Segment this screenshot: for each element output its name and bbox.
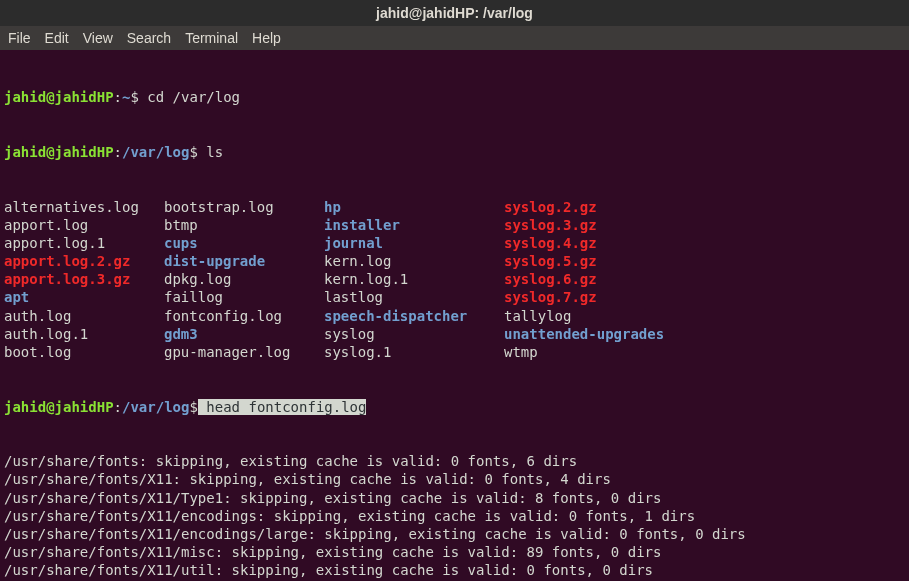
ls-file: apt: [4, 288, 164, 306]
ls-file: gdm3: [164, 325, 324, 343]
ls-file: cups: [164, 234, 324, 252]
ls-file: auth.log: [4, 307, 164, 325]
ls-file: installer: [324, 216, 504, 234]
ls-output: alternatives.logbootstrap.loghpsyslog.2.…: [4, 198, 905, 362]
window-title-bar: jahid@jahidHP: /var/log: [0, 0, 909, 26]
menu-search[interactable]: Search: [127, 30, 171, 46]
ls-file: hp: [324, 198, 504, 216]
menu-help[interactable]: Help: [252, 30, 281, 46]
ls-file: journal: [324, 234, 504, 252]
window-title: jahid@jahidHP: /var/log: [376, 5, 533, 21]
ls-file: kern.log: [324, 252, 504, 270]
prompt-user-host: jahid@jahidHP: [4, 144, 114, 160]
ls-file: syslog.2.gz: [504, 198, 905, 216]
prompt-path: /var/log: [122, 144, 189, 160]
ls-file: dist-upgrade: [164, 252, 324, 270]
prompt-line-ls: jahid@jahidHP:/var/log$ ls: [4, 143, 905, 161]
prompt-line-cd: jahid@jahidHP:~$ cd /var/log: [4, 88, 905, 106]
prompt-path: /var/log: [122, 399, 189, 415]
command-head: head fontconfig.log: [198, 399, 367, 415]
menu-edit[interactable]: Edit: [45, 30, 69, 46]
prompt-user-host: jahid@jahidHP: [4, 399, 114, 415]
ls-file: syslog.7.gz: [504, 288, 905, 306]
ls-file: btmp: [164, 216, 324, 234]
menu-bar: File Edit View Search Terminal Help: [0, 26, 909, 50]
ls-file: auth.log.1: [4, 325, 164, 343]
menu-terminal[interactable]: Terminal: [185, 30, 238, 46]
head-output: /usr/share/fonts: skipping, existing cac…: [4, 452, 905, 581]
ls-file: kern.log.1: [324, 270, 504, 288]
ls-file: fontconfig.log: [164, 307, 324, 325]
ls-file: alternatives.log: [4, 198, 164, 216]
command-cd: cd /var/log: [139, 89, 240, 105]
output-line: /usr/share/fonts/X11/encodings: skipping…: [4, 507, 905, 525]
ls-file: speech-dispatcher: [324, 307, 504, 325]
ls-file: wtmp: [504, 343, 905, 361]
output-line: /usr/share/fonts/X11/util: skipping, exi…: [4, 561, 905, 579]
output-line: /usr/share/fonts: skipping, existing cac…: [4, 452, 905, 470]
ls-file: syslog.1: [324, 343, 504, 361]
ls-file: syslog.3.gz: [504, 216, 905, 234]
output-line: /usr/share/fonts/X11/encodings/large: sk…: [4, 525, 905, 543]
ls-file: tallylog: [504, 307, 905, 325]
ls-file: syslog.6.gz: [504, 270, 905, 288]
output-line: /usr/share/fonts/X11/misc: skipping, exi…: [4, 543, 905, 561]
terminal-body[interactable]: jahid@jahidHP:~$ cd /var/log jahid@jahid…: [0, 50, 909, 581]
command-ls: ls: [198, 144, 223, 160]
ls-file: apport.log.3.gz: [4, 270, 164, 288]
ls-file: syslog.4.gz: [504, 234, 905, 252]
ls-file: faillog: [164, 288, 324, 306]
prompt-line-head: jahid@jahidHP:/var/log$ head fontconfig.…: [4, 398, 905, 416]
ls-file: syslog: [324, 325, 504, 343]
ls-file: apport.log.2.gz: [4, 252, 164, 270]
ls-file: syslog.5.gz: [504, 252, 905, 270]
ls-file: unattended-upgrades: [504, 325, 905, 343]
menu-file[interactable]: File: [8, 30, 31, 46]
ls-file: dpkg.log: [164, 270, 324, 288]
ls-file: bootstrap.log: [164, 198, 324, 216]
output-line: /usr/share/fonts/X11/Type1: skipping, ex…: [4, 489, 905, 507]
prompt-user-host: jahid@jahidHP: [4, 89, 114, 105]
ls-file: boot.log: [4, 343, 164, 361]
ls-file: gpu-manager.log: [164, 343, 324, 361]
ls-file: apport.log.1: [4, 234, 164, 252]
ls-file: apport.log: [4, 216, 164, 234]
menu-view[interactable]: View: [83, 30, 113, 46]
ls-file: lastlog: [324, 288, 504, 306]
output-line: /usr/share/fonts/X11: skipping, existing…: [4, 470, 905, 488]
